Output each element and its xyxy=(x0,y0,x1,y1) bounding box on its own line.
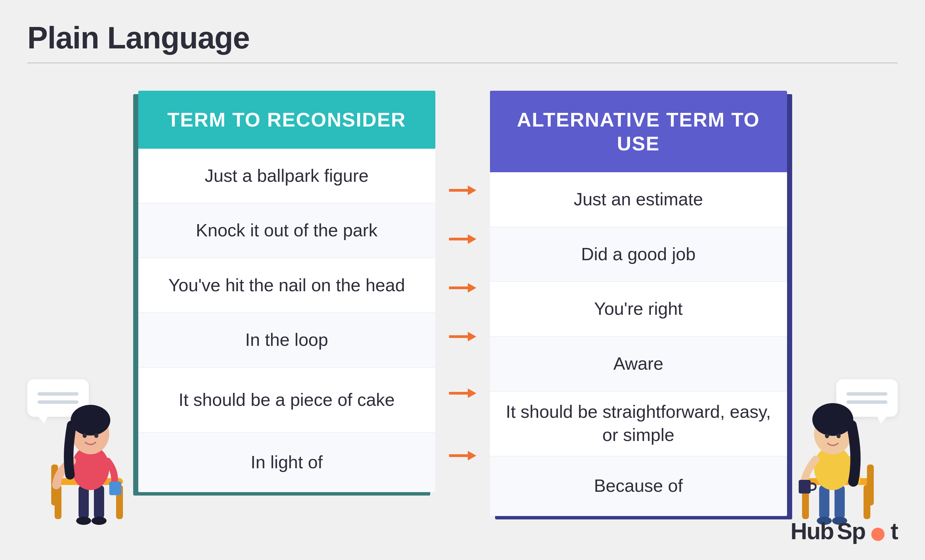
arrow-4 xyxy=(449,312,476,361)
right-row-6: Because of xyxy=(490,456,787,516)
left-row-2: Knock it out of the park xyxy=(138,203,435,258)
right-row-4: Aware xyxy=(490,336,787,392)
arrow-5 xyxy=(449,361,476,426)
svg-marker-9 xyxy=(468,389,476,398)
left-rows: Just a ballpark figure Knock it out of t… xyxy=(138,149,435,492)
right-header: ALTERNATIVE TERM TO USE xyxy=(490,91,787,172)
svg-rect-16 xyxy=(78,485,89,519)
svg-point-18 xyxy=(76,517,91,525)
hubspot-logo-text: Hub xyxy=(791,518,833,544)
svg-rect-17 xyxy=(94,485,104,519)
right-row-1: Just an estimate xyxy=(490,172,787,227)
left-column: TERM TO RECONSIDER Just a ballpark figur… xyxy=(138,91,435,492)
svg-point-37 xyxy=(812,403,853,436)
svg-marker-5 xyxy=(468,283,476,293)
svg-rect-31 xyxy=(835,485,845,519)
svg-marker-3 xyxy=(468,234,476,244)
person-right-illustration xyxy=(778,369,887,533)
svg-rect-35 xyxy=(798,480,811,494)
hubspot-logo-text2: Sp xyxy=(837,518,865,544)
left-row-6: In light of xyxy=(138,432,435,492)
svg-point-25 xyxy=(94,433,98,438)
left-row-1: Just a ballpark figure xyxy=(138,149,435,204)
svg-point-38 xyxy=(825,434,829,438)
svg-point-19 xyxy=(92,517,107,525)
right-rows: Just an estimate Did a good job You're r… xyxy=(490,172,787,516)
svg-marker-11 xyxy=(468,451,476,460)
right-row-3: You're right xyxy=(490,282,787,336)
svg-rect-30 xyxy=(819,485,829,519)
page: Plain Language TERM TO RECONSIDER Just a… xyxy=(0,0,925,560)
page-title: Plain Language xyxy=(27,21,898,56)
title-section: Plain Language xyxy=(27,21,898,63)
right-row-2: Did a good job xyxy=(490,227,787,282)
right-card: ALTERNATIVE TERM TO USE Just an estimate… xyxy=(490,91,787,516)
svg-marker-7 xyxy=(468,332,476,341)
svg-rect-29 xyxy=(867,464,874,506)
left-row-3: You've hit the nail on the head xyxy=(138,258,435,313)
arrows-column xyxy=(435,91,490,485)
hubspot-logo-text3: t xyxy=(890,518,898,544)
hubspot-logo: Hub Sp ● t xyxy=(791,516,898,546)
left-header: TERM TO RECONSIDER xyxy=(138,91,435,149)
arrow-1 xyxy=(449,166,476,215)
right-header-text: ALTERNATIVE TERM TO USE xyxy=(511,108,767,155)
svg-marker-1 xyxy=(468,186,476,195)
svg-point-24 xyxy=(83,433,87,438)
arrow-3 xyxy=(449,263,476,312)
svg-rect-21 xyxy=(109,482,121,495)
right-row-5: It should be straightforward, easy, or s… xyxy=(490,392,787,456)
arrow-6 xyxy=(449,426,476,485)
title-divider xyxy=(27,62,898,63)
person-left-illustration xyxy=(38,369,147,533)
left-card: TERM TO RECONSIDER Just a ballpark figur… xyxy=(138,91,435,492)
right-column: ALTERNATIVE TERM TO USE Just an estimate… xyxy=(490,91,787,516)
arrow-2 xyxy=(449,215,476,263)
left-row-5: It should be a piece of cake xyxy=(138,368,435,432)
hubspot-dot: ● xyxy=(869,517,887,548)
left-row-4: In the loop xyxy=(138,313,435,368)
main-content: TERM TO RECONSIDER Just a ballpark figur… xyxy=(27,91,898,516)
left-header-text: TERM TO RECONSIDER xyxy=(159,108,415,132)
svg-point-23 xyxy=(71,405,110,435)
svg-point-39 xyxy=(836,434,841,438)
